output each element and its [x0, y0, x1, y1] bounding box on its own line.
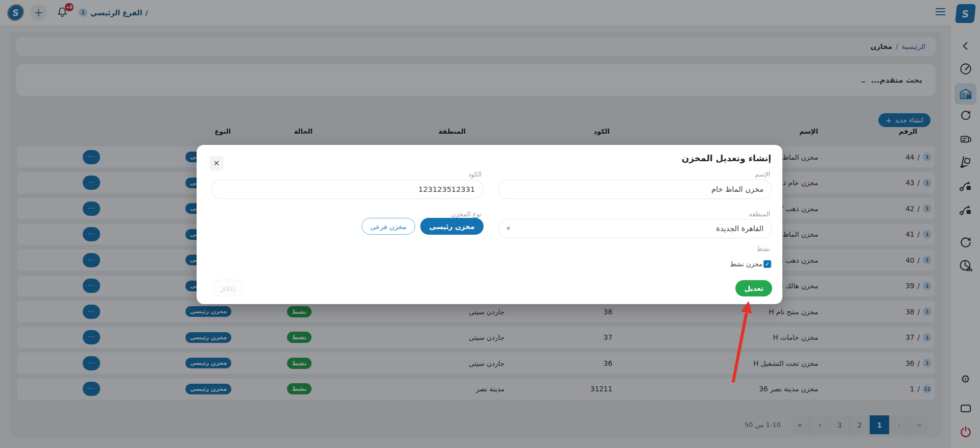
type-main-button[interactable]: مخزن رئيسى: [420, 218, 484, 235]
submit-edit-button[interactable]: تعديل: [735, 280, 772, 296]
active-checkbox[interactable]: ✓: [763, 260, 771, 268]
area-field-label: المنطقة: [749, 210, 770, 218]
warehouse-edit-modal: إنشاء وتعديل المخزن ✕ الإسم المنطقة القا…: [197, 145, 782, 304]
modal-left-column: الكود نوع المخزن مخزن رئيسى مخزن فرعى: [211, 145, 484, 304]
active-checkbox-row: ✓ مخزن نشط: [730, 260, 771, 268]
active-section-label: نشط: [757, 245, 771, 253]
cancel-button[interactable]: إغلاق: [211, 280, 244, 296]
type-field-label: نوع المخزن: [451, 210, 482, 218]
warehouse-type-toggle: مخزن رئيسى مخزن فرعى: [362, 218, 484, 235]
name-field-label: الإسم: [755, 170, 770, 178]
name-input[interactable]: [498, 180, 772, 199]
code-input[interactable]: [211, 180, 484, 199]
code-field-label: الكود: [468, 170, 482, 178]
type-sub-button[interactable]: مخزن فرعى: [362, 218, 415, 235]
area-select-value: القاهرة الجديدة: [716, 225, 763, 233]
modal-right-column: الإسم المنطقة القاهرة الجديدة ▼ نشط ✓ مخ…: [498, 145, 772, 304]
select-arrow-icon: ▼: [507, 226, 510, 231]
active-checkbox-label: مخزن نشط: [730, 260, 762, 268]
area-select[interactable]: القاهرة الجديدة ▼: [498, 219, 772, 238]
